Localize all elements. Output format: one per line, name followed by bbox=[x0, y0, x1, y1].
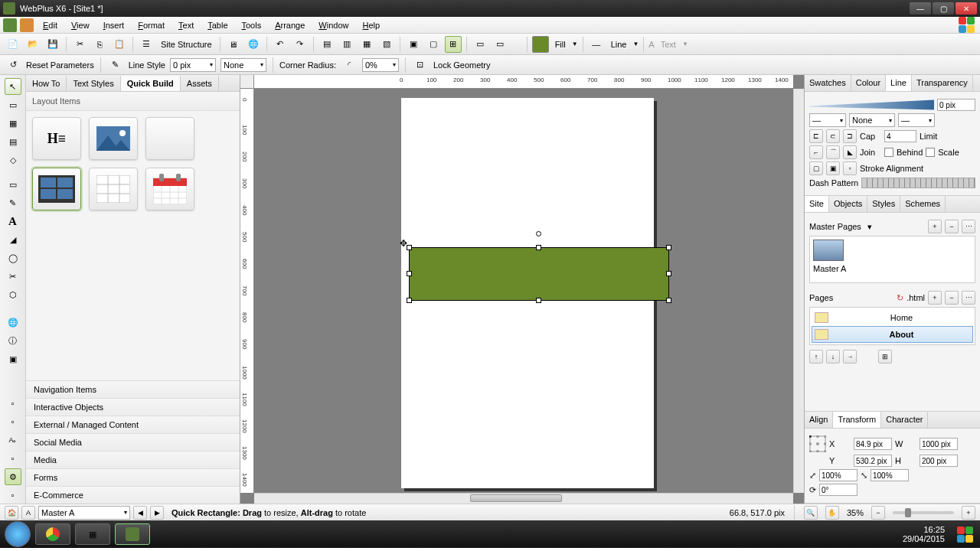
behind-checkbox[interactable] bbox=[884, 148, 893, 157]
line-style-value[interactable]: 0 pix bbox=[170, 58, 216, 72]
resize-handle-sw[interactable] bbox=[407, 298, 412, 303]
rotation-handle[interactable] bbox=[536, 231, 541, 236]
close-button[interactable]: ✕ bbox=[956, 2, 977, 15]
join-miter[interactable]: ⌐ bbox=[809, 145, 823, 159]
zoom-slider[interactable] bbox=[893, 511, 954, 514]
paste-button[interactable]: 📋 bbox=[111, 36, 128, 53]
line-style-none[interactable]: None bbox=[220, 58, 266, 72]
cut-button[interactable]: ✂ bbox=[71, 36, 88, 53]
cap-square[interactable]: ⊐ bbox=[843, 129, 857, 143]
rotate-input[interactable] bbox=[819, 484, 858, 496]
group-button[interactable]: ▣ bbox=[405, 36, 422, 53]
tab-colour[interactable]: Colour bbox=[851, 75, 886, 91]
scrollbar-thumb-h[interactable] bbox=[470, 494, 562, 502]
prev-page[interactable]: ◀ bbox=[133, 506, 147, 520]
cat-ecommerce[interactable]: E-Commerce bbox=[26, 486, 240, 504]
layout-empty[interactable] bbox=[145, 117, 194, 160]
x-input[interactable] bbox=[854, 438, 892, 450]
copy-button[interactable]: ⎘ bbox=[91, 36, 108, 53]
tab-text-styles[interactable]: Text Styles bbox=[67, 76, 120, 91]
lock-geometry[interactable]: Lock Geometry bbox=[433, 60, 491, 70]
line-swatch[interactable]: — bbox=[588, 36, 605, 53]
fill-tool[interactable]: ◢ bbox=[5, 231, 21, 248]
reset-parameters[interactable]: Reset Parameters bbox=[26, 60, 94, 70]
scrollbar-vertical[interactable] bbox=[793, 89, 804, 493]
dash-pattern[interactable] bbox=[861, 178, 975, 188]
cap-round[interactable]: ⊂ bbox=[826, 129, 840, 143]
menu-tools[interactable]: Tools bbox=[236, 18, 268, 32]
tab-transform[interactable]: Transform bbox=[833, 412, 881, 428]
app-menu-icon[interactable] bbox=[3, 18, 17, 32]
frame-button[interactable]: ▭ bbox=[472, 36, 488, 53]
scale-x-input[interactable] bbox=[819, 469, 858, 481]
maximize-button[interactable]: ▢ bbox=[933, 2, 954, 15]
ruler-corner[interactable] bbox=[240, 75, 254, 89]
tab-align[interactable]: Align bbox=[805, 412, 833, 428]
layout-picture[interactable] bbox=[89, 117, 138, 160]
layout-table[interactable] bbox=[89, 168, 138, 210]
transparency-tool[interactable]: ◯ bbox=[5, 249, 21, 266]
line-style-icon[interactable]: ✎ bbox=[107, 57, 124, 73]
resize-handle-e[interactable] bbox=[666, 271, 671, 276]
cat-social[interactable]: Social Media bbox=[26, 433, 240, 451]
tab-assets[interactable]: Assets bbox=[181, 76, 219, 91]
cat-navigation[interactable]: Navigation Items bbox=[26, 380, 240, 398]
fill-swatch[interactable] bbox=[532, 36, 549, 53]
minimize-button[interactable]: — bbox=[910, 2, 931, 15]
master-a-label[interactable]: Master A bbox=[812, 262, 973, 275]
resize-handle-se[interactable] bbox=[666, 298, 671, 303]
reload-icon[interactable]: ↻ bbox=[897, 293, 903, 303]
panel-tool-4[interactable]: ▫ bbox=[5, 450, 21, 467]
page-tree[interactable]: ⊞ bbox=[878, 350, 892, 364]
panel-tool-3[interactable]: Aₐ bbox=[5, 432, 21, 448]
cat-external[interactable]: External / Managed Content bbox=[26, 416, 240, 433]
text-frame-tool[interactable]: ▭ bbox=[5, 96, 21, 113]
ungroup-button[interactable]: ▢ bbox=[425, 36, 442, 53]
menu-help[interactable]: Help bbox=[356, 18, 386, 32]
menu-format[interactable]: Format bbox=[132, 18, 171, 32]
page-del[interactable]: − bbox=[945, 291, 959, 305]
tab-schemes[interactable]: Schemes bbox=[900, 196, 946, 212]
page-opts[interactable]: ⋯ bbox=[962, 291, 975, 305]
master-del[interactable]: − bbox=[945, 220, 959, 233]
tab-howto[interactable]: How To bbox=[26, 76, 67, 91]
master-add[interactable]: + bbox=[928, 220, 942, 233]
task-chrome[interactable] bbox=[35, 523, 70, 545]
redo-button[interactable]: ↷ bbox=[292, 36, 309, 53]
layout-heading[interactable]: H≡ bbox=[32, 117, 81, 160]
home-icon[interactable]: 🏠 bbox=[5, 506, 18, 520]
tab-swatches[interactable]: Swatches bbox=[805, 75, 851, 91]
page-up[interactable]: ↑ bbox=[809, 350, 823, 364]
app-menu-icon-2[interactable] bbox=[20, 18, 34, 32]
menu-table[interactable]: Table bbox=[201, 18, 234, 32]
h-input[interactable] bbox=[920, 455, 958, 467]
layout-gallery[interactable] bbox=[32, 168, 81, 210]
pan-tool-icon[interactable]: ✋ bbox=[825, 506, 839, 520]
page-child[interactable]: → bbox=[843, 350, 857, 364]
page-about[interactable]: About bbox=[812, 326, 973, 343]
frame2-button[interactable]: ▭ bbox=[492, 36, 508, 53]
master-opts[interactable]: ⋯ bbox=[962, 220, 975, 233]
task-app1[interactable]: ▦ bbox=[75, 523, 110, 545]
tab-styles[interactable]: Styles bbox=[867, 196, 900, 212]
pen-tool[interactable]: ✎ bbox=[5, 194, 21, 211]
ruler-vertical[interactable]: 0100200300400500600700800900100011001200… bbox=[240, 89, 254, 493]
move-handle-icon[interactable]: ✥ bbox=[400, 238, 407, 249]
rectangle-tool[interactable]: ▭ bbox=[5, 176, 21, 193]
pointer-tool[interactable]: ↖ bbox=[5, 78, 21, 95]
task-webplus[interactable] bbox=[115, 523, 150, 545]
panel-tool-5[interactable]: ▫ bbox=[5, 487, 21, 504]
current-master[interactable]: Master A bbox=[38, 506, 130, 520]
panel-tool-1[interactable]: ▫ bbox=[5, 395, 21, 412]
cap-flat[interactable]: ⊏ bbox=[809, 129, 823, 143]
scale-y-input[interactable] bbox=[871, 469, 909, 481]
zoom-in[interactable]: + bbox=[962, 506, 975, 520]
join-bevel[interactable]: ◣ bbox=[843, 145, 857, 159]
preview-button[interactable]: 🖥 bbox=[225, 36, 242, 53]
tab-line[interactable]: Line bbox=[886, 75, 912, 91]
system-clock[interactable]: 16:2529/04/2015 bbox=[903, 525, 949, 543]
line-dash-select[interactable]: None bbox=[849, 113, 895, 127]
web-tool[interactable]: 🌐 bbox=[5, 314, 21, 331]
align-right-button[interactable]: ▦ bbox=[358, 36, 375, 53]
page-add[interactable]: + bbox=[928, 291, 942, 305]
